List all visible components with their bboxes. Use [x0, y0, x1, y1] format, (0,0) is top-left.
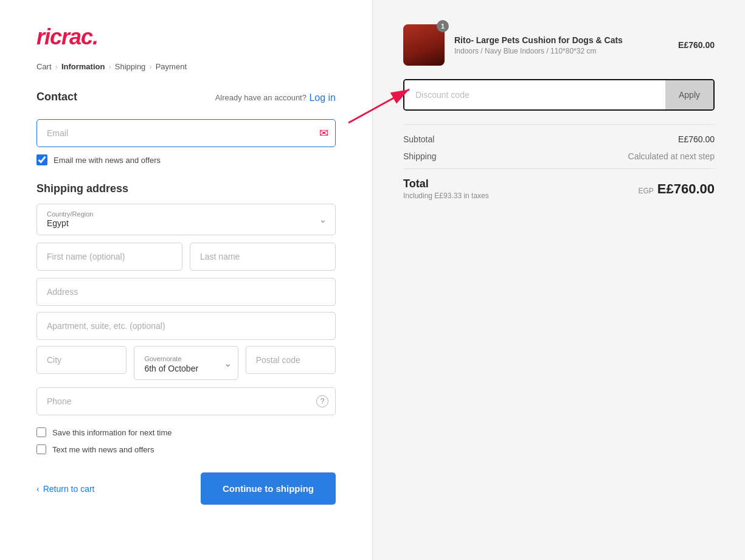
discount-box: Apply	[403, 79, 715, 111]
contact-header: Contact Already have an account? Log in	[36, 91, 336, 112]
shipping-label: Shipping	[403, 151, 437, 161]
total-value: E£760.00	[657, 181, 715, 197]
product-row: 1 Rito- Large Pets Cushion for Dogs & Ca…	[403, 24, 715, 66]
phone-input[interactable]	[36, 387, 336, 415]
total-label-group: Total Including E£93.33 in taxes	[403, 178, 489, 200]
discount-box-wrapper: Apply	[403, 79, 715, 111]
subtotal-value: E£760.00	[678, 134, 715, 144]
product-name: Rito- Large Pets Cushion for Dogs & Cats	[454, 35, 668, 45]
save-info-label: Save this information for next time	[52, 428, 172, 437]
governorate-select[interactable]: Governorate 6th of October ⌄	[134, 346, 238, 380]
subtotal-line: Subtotal E£760.00	[403, 134, 715, 144]
email-input-wrapper: ✉	[36, 119, 336, 147]
breadcrumb-cart[interactable]: Cart	[36, 62, 52, 71]
form-footer: ‹ Return to cart Continue to shipping	[36, 472, 336, 505]
address-input[interactable]	[36, 278, 336, 306]
total-label: Total	[403, 178, 429, 190]
gov-chevron-icon: ⌄	[224, 358, 232, 369]
country-chevron-icon: ⌄	[319, 215, 327, 224]
breadcrumb-sep-2: ›	[108, 62, 111, 71]
total-value-wrap: EGP E£760.00	[638, 181, 715, 197]
text-offers-checkbox[interactable]	[36, 444, 46, 454]
newsletter-row: Email me with news and offers	[36, 154, 336, 165]
total-line: Total Including E£93.33 in taxes EGP E£7…	[403, 168, 715, 200]
breadcrumb-sep-3: ›	[149, 62, 151, 71]
newsletter-checkbox[interactable]	[36, 154, 47, 165]
text-offers-row: Text me with news and offers	[36, 444, 336, 454]
shipping-line: Shipping Calculated at next step	[403, 151, 715, 161]
text-offers-label: Text me with news and offers	[52, 445, 154, 454]
already-account-text: Already have an account?	[215, 93, 307, 102]
shipping-section: Shipping address Country/Region Egypt ⌄ …	[36, 182, 336, 415]
discount-code-input[interactable]	[404, 80, 665, 109]
product-info: Rito- Large Pets Cushion for Dogs & Cats…	[454, 35, 668, 55]
city-gov-postal-row: Governorate 6th of October ⌄	[36, 346, 336, 380]
right-panel: 1 Rito- Large Pets Cushion for Dogs & Ca…	[372, 0, 745, 560]
email-icon: ✉	[319, 126, 328, 140]
login-prompt: Already have an account? Log in	[215, 92, 336, 103]
name-row	[36, 243, 336, 271]
product-image-wrapper: 1	[403, 24, 445, 66]
apply-discount-button[interactable]: Apply	[665, 80, 713, 109]
gov-label: Governorate	[144, 355, 181, 362]
newsletter-label: Email me with news and offers	[54, 156, 161, 165]
subtotal-label: Subtotal	[403, 134, 434, 144]
breadcrumb-information[interactable]: Information	[61, 62, 105, 71]
return-label: Return to cart	[43, 484, 95, 494]
product-price: E£760.00	[678, 40, 715, 50]
breadcrumb-sep-1: ›	[55, 62, 58, 71]
continue-to-shipping-button[interactable]: Continue to shipping	[201, 472, 336, 505]
first-name-input[interactable]	[36, 243, 182, 271]
phone-help-icon[interactable]: ?	[316, 395, 328, 407]
save-info-checkbox[interactable]	[36, 427, 46, 437]
gov-value: 6th of October	[144, 364, 227, 373]
shipping-title: Shipping address	[36, 182, 336, 195]
tax-note: Including E£93.33 in taxes	[403, 192, 489, 200]
breadcrumb-payment[interactable]: Payment	[156, 62, 187, 71]
login-link[interactable]: Log in	[309, 92, 336, 103]
country-value: Egypt	[47, 218, 69, 228]
save-info-row: Save this information for next time	[36, 427, 336, 437]
contact-title: Contact	[36, 91, 77, 103]
logo: ricrac.	[36, 24, 336, 50]
breadcrumb: Cart › Information › Shipping › Payment	[36, 62, 336, 71]
city-input[interactable]	[36, 346, 126, 374]
last-name-input[interactable]	[190, 243, 336, 271]
country-select[interactable]: Country/Region Egypt ⌄	[36, 204, 336, 235]
breadcrumb-shipping[interactable]: Shipping	[115, 62, 146, 71]
product-quantity-badge: 1	[437, 20, 449, 32]
apt-input[interactable]	[36, 312, 336, 340]
email-input[interactable]	[36, 119, 336, 147]
shipping-value: Calculated at next step	[628, 151, 715, 161]
country-label: Country/Region	[47, 210, 325, 218]
postal-code-input[interactable]	[246, 346, 336, 374]
chevron-left-icon: ‹	[36, 484, 40, 494]
phone-wrapper: ?	[36, 387, 336, 415]
product-meta: Indoors / Navy Blue Indoors / 110*80*32 …	[454, 47, 668, 55]
return-to-cart-link[interactable]: ‹ Return to cart	[36, 484, 95, 494]
total-currency-label: EGP	[638, 187, 653, 195]
left-panel: ricrac. Cart › Information › Shipping › …	[0, 0, 372, 560]
order-lines: Subtotal E£760.00 Shipping Calculated at…	[403, 124, 715, 200]
